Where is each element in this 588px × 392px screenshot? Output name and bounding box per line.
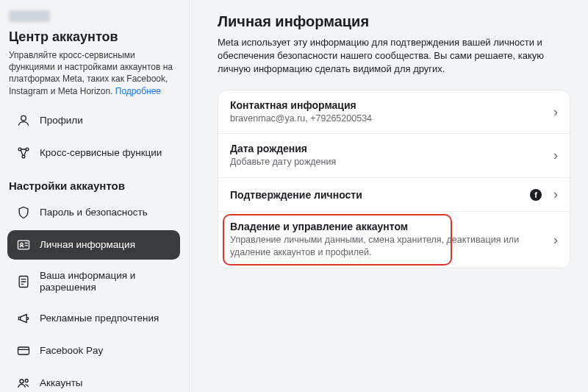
chevron-right-icon: ›: [553, 187, 558, 202]
svg-rect-7: [18, 347, 29, 354]
nav-item-label: Личная информация: [40, 239, 135, 251]
nav-item-profiles[interactable]: Профили: [7, 106, 180, 135]
nav-item-label: Рекламные предпочтения: [40, 313, 159, 324]
nav-item-personal-info[interactable]: Личная информация: [7, 230, 180, 260]
nav-item-facebook-pay[interactable]: Facebook Pay: [7, 336, 180, 366]
row-identity-confirmation[interactable]: Подтверждение личности f ›: [218, 178, 570, 212]
chevron-right-icon: ›: [553, 232, 558, 248]
chevron-right-icon: ›: [553, 104, 558, 120]
row-title: Контактная информация: [230, 99, 548, 111]
nav-item-accounts[interactable]: Аккаунты: [7, 368, 180, 392]
shield-icon: [16, 205, 31, 220]
nav-item-label: Ваша информация и разрешения: [40, 270, 171, 293]
page-title: Личная информация: [218, 13, 570, 30]
settings-card: Контактная информация bravenmac@ya.ru, +…: [218, 90, 570, 269]
users-icon: [16, 376, 31, 391]
svg-point-8: [20, 379, 24, 383]
brand-logo: [9, 10, 50, 22]
chevron-right-icon: ›: [553, 148, 558, 163]
page-description: Meta использует эту информацию для подтв…: [218, 36, 570, 76]
sidebar: Центр аккаунтов Управляйте кросс-сервисн…: [0, 0, 190, 392]
nav-item-label: Кросс-сервисные функции: [40, 147, 162, 159]
row-contact-info[interactable]: Контактная информация bravenmac@ya.ru, +…: [218, 90, 570, 135]
row-title: Дата рождения: [230, 143, 548, 154]
learn-more-link[interactable]: Подробнее: [115, 86, 161, 96]
row-subtitle: Добавьте дату рождения: [230, 156, 548, 168]
user-icon: [16, 113, 31, 128]
document-check-icon: [16, 274, 31, 289]
nav-item-cross-service[interactable]: Кросс-сервисные функции: [7, 138, 180, 168]
svg-point-3: [22, 155, 25, 158]
app-root: Центр аккаунтов Управляйте кросс-сервисн…: [0, 0, 588, 392]
nav-item-label: Пароль и безопасность: [40, 207, 148, 218]
nav-item-security[interactable]: Пароль и безопасность: [7, 198, 180, 227]
sidebar-top-nav: Профили Кросс-сервисные функции: [7, 106, 180, 168]
row-subtitle: bravenmac@ya.ru, +79265200534: [230, 113, 548, 125]
nav-item-label: Аккаунты: [40, 377, 83, 389]
sidebar-section-label: Настройки аккаунтов: [9, 179, 180, 192]
nav-item-your-info[interactable]: Ваша информация и разрешения: [7, 263, 180, 301]
sidebar-description: Управляйте кросс-сервисными функциями и …: [9, 49, 180, 97]
nav-item-ad-prefs[interactable]: Рекламные предпочтения: [7, 304, 180, 333]
row-title: Подтверждение личности: [230, 189, 530, 201]
nav-item-label: Профили: [40, 115, 83, 126]
credit-card-icon: [16, 343, 31, 358]
sidebar-settings-nav: Пароль и безопасность Личная информация …: [7, 198, 180, 392]
row-date-of-birth[interactable]: Дата рождения Добавьте дату рождения ›: [218, 134, 570, 178]
svg-point-9: [25, 379, 28, 382]
row-title: Владение и управление аккаунтом: [230, 221, 548, 232]
svg-point-5: [21, 243, 23, 245]
row-subtitle: Управление личными данными, смена хранит…: [230, 234, 548, 259]
sidebar-title: Центр аккаунтов: [9, 29, 180, 45]
network-icon: [16, 146, 31, 160]
megaphone-icon: [16, 311, 31, 326]
svg-point-0: [21, 115, 26, 121]
nav-item-label: Facebook Pay: [40, 345, 103, 357]
facebook-icon: f: [530, 189, 542, 201]
id-card-icon: [16, 238, 31, 252]
main-content: Личная информация Meta использует эту ин…: [190, 0, 588, 392]
svg-rect-4: [18, 240, 29, 249]
row-account-ownership[interactable]: Владение и управление аккаунтом Управлен…: [218, 212, 570, 268]
